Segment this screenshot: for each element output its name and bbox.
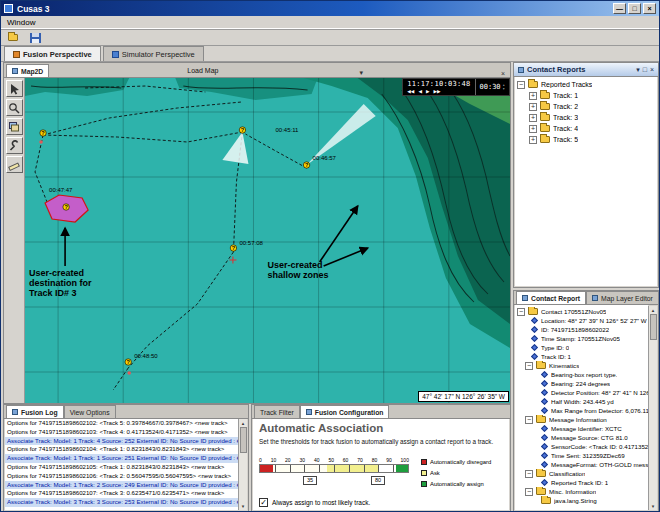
tree-item[interactable]: Message Identifier: XCTC [515, 424, 648, 433]
track-marker[interactable]: ? [230, 245, 236, 252]
vertical-scrollbar[interactable]: ▴ ▾ [238, 419, 247, 510]
tree-item[interactable]: Max Range from Detector: 6,076.115 yd [515, 406, 648, 415]
tree-item[interactable]: java.lang.String [515, 496, 648, 505]
interval-down-icon[interactable]: ▾ [503, 87, 505, 91]
tree-item[interactable]: Type ID: 0 [515, 343, 648, 352]
tree-item-track-4[interactable]: +Track: 4 [515, 123, 657, 134]
tree-item[interactable]: Time Stamp: 170551ZNov05 [515, 334, 648, 343]
tab-fusion-perspective[interactable]: Fusion Perspective [4, 46, 101, 61]
minimize-button[interactable]: — [613, 3, 626, 14]
log-entry[interactable]: Options for 74197151898602102: <Track 5:… [5, 419, 238, 428]
tree-item[interactable]: Location: 48° 27' 39" N 126° 52' 27" W [515, 316, 648, 325]
pointer-tool-button[interactable] [6, 80, 23, 97]
save-button[interactable] [26, 31, 44, 45]
step-back-icon[interactable]: ◀ [418, 88, 422, 95]
tree-item-track-5[interactable]: +Track: 5 [515, 134, 657, 145]
tree-item-track-2[interactable]: +Track: 2 [515, 101, 657, 112]
log-entry[interactable]: Options for 74197151898602103: <Track 4:… [5, 428, 238, 437]
tree-item-contact[interactable]: −Contact 170551ZNov05 [515, 307, 648, 316]
collapse-icon[interactable]: − [517, 308, 525, 316]
scroll-up-icon[interactable]: ▴ [242, 419, 245, 427]
tab-simulator-perspective[interactable]: Simulator Perspective [103, 46, 204, 61]
maximize-button[interactable]: □ [628, 3, 641, 14]
tree-item[interactable]: Bearing-box report type. [515, 370, 648, 379]
tree-item[interactable]: Message Source: CTG 81.0 [515, 433, 648, 442]
collapse-icon[interactable]: − [525, 362, 533, 370]
panel-chevron-icon[interactable]: ▾ [636, 66, 640, 74]
open-button[interactable] [5, 31, 23, 45]
rewind-icon[interactable]: ◀◀ [407, 88, 414, 95]
tree-item[interactable]: Time Sent: 312359ZDec69 [515, 451, 648, 460]
expand-icon[interactable]: + [529, 136, 537, 144]
tab-view-options[interactable]: View Options [64, 405, 116, 418]
load-map-button[interactable]: Load Map [181, 67, 224, 74]
tab-fusion-configuration[interactable]: Fusion Configuration [300, 405, 390, 418]
scroll-thumb[interactable] [240, 427, 247, 453]
threshold-slider[interactable] [259, 464, 409, 473]
fast-forward-icon[interactable]: ▶▶ [433, 88, 440, 95]
time-control-bar[interactable]: 11:17:10:03:48 ◀◀ ◀ ▶ ▶▶ 00:30 ▴▾ [402, 78, 510, 96]
fusion-log-list[interactable]: Options for 74197151898602102: <Track 5:… [5, 419, 238, 510]
vertical-scrollbar[interactable]: ▴ ▾ [648, 306, 657, 510]
track-marker[interactable]: ? [40, 130, 46, 137]
panel-close-icon[interactable]: × [650, 66, 654, 74]
title-bar[interactable]: Cusas 3 — □ × [1, 1, 659, 16]
tree-item[interactable]: ID: 74197151898602022 [515, 325, 648, 334]
tree-item[interactable]: MessageFormat: OTH-GOLD message forma... [515, 460, 648, 469]
tree-item-reported-tracks[interactable]: − Reported Tracks [515, 79, 657, 90]
menu-window[interactable]: Window [1, 18, 41, 27]
wrench-tool-button[interactable] [6, 137, 23, 154]
log-entry[interactable]: Associate Track: Model: 3 Track: 3 Sourc… [5, 498, 238, 507]
log-entry[interactable]: Associate Track: Model: 1 Track: 1 Sourc… [5, 454, 238, 463]
expand-icon[interactable]: + [529, 103, 537, 111]
collapse-icon[interactable]: − [525, 488, 533, 496]
collapse-icon[interactable]: − [517, 81, 525, 89]
tree-item[interactable]: Detector Position: 48° 27' 41" N 126° 52… [515, 388, 648, 397]
log-entry[interactable]: Options for 74197151898602107: <Track 3:… [5, 489, 238, 498]
close-button[interactable]: × [643, 3, 656, 14]
panel-close-icon[interactable]: × [498, 70, 508, 77]
tree-item-classification[interactable]: −Classification [515, 469, 648, 478]
measure-tool-button[interactable] [6, 156, 23, 173]
time-interval-control[interactable]: 00:30 ▴▾ [475, 79, 510, 95]
track-marker[interactable]: ? [63, 204, 69, 211]
tree-item[interactable]: Bearing: 224 degrees [515, 379, 648, 388]
tree-item[interactable]: Reported Track ID: 1 [515, 478, 648, 487]
scroll-up-icon[interactable]: ▴ [652, 306, 655, 314]
expand-icon[interactable]: + [529, 92, 537, 100]
tab-map-layer-editor[interactable]: Map Layer Editor [586, 291, 659, 304]
panel-chevron-icon[interactable]: ▾ [356, 69, 366, 77]
contact-reports-title-bar[interactable]: Contact Reports ▾ □ × [514, 63, 658, 77]
panel-restore-icon[interactable]: □ [643, 66, 647, 74]
play-icon[interactable]: ▶ [426, 88, 430, 95]
zoom-tool-button[interactable] [6, 99, 23, 116]
log-entry[interactable]: Options for 74197151898602106: <Track 2:… [5, 472, 238, 481]
scroll-down-icon[interactable]: ▾ [242, 502, 245, 510]
log-entry[interactable]: Options for 74197151898602105: <Track 1:… [5, 463, 238, 472]
always-assign-checkbox-row[interactable]: ✓ Always assign to most likely track. [259, 498, 370, 507]
tab-fusion-log[interactable]: Fusion Log [6, 405, 64, 418]
log-entry[interactable]: Associate Track: Model: 1 Track: 2 Sourc… [5, 481, 238, 490]
expand-icon[interactable]: + [529, 114, 537, 122]
checkbox-checked-icon[interactable]: ✓ [259, 498, 268, 507]
tree-item-track-1[interactable]: +Track: 1 [515, 90, 657, 101]
tree-item-misc-information[interactable]: −Misc. Information [515, 487, 648, 496]
track-marker[interactable]: ? [303, 162, 309, 169]
tree-item[interactable]: SensorCode: <Track ID: 0.41713524/0.4171… [515, 442, 648, 451]
tree-item-track-3[interactable]: +Track: 3 [515, 112, 657, 123]
tab-map2d[interactable]: Map2D [6, 64, 49, 77]
track-marker[interactable]: ? [239, 127, 245, 134]
expand-icon[interactable]: + [529, 125, 537, 133]
lower-threshold-handle[interactable]: 35 [303, 476, 317, 485]
layers-tool-button[interactable] [6, 118, 23, 135]
tree-item[interactable]: Half Width: 243.445 yd [515, 397, 648, 406]
tab-contact-report[interactable]: Contact Report [516, 291, 586, 304]
tree-item[interactable]: Track ID: 1 [515, 352, 648, 361]
map-canvas[interactable]: ? ? ? ? ? ? 00:47:47 00:45:11 00:46:57 0… [25, 78, 510, 403]
collapse-icon[interactable]: − [525, 470, 533, 478]
tree-item-kinematics[interactable]: −Kinematics [515, 361, 648, 370]
collapse-icon[interactable]: − [525, 416, 533, 424]
log-entry[interactable]: Associate Track: Model: 1 Track: 4 Sourc… [5, 437, 238, 446]
log-entry[interactable]: Options for 74197151898602104: <Track 1:… [5, 445, 238, 454]
track-marker[interactable]: ? [125, 359, 131, 366]
